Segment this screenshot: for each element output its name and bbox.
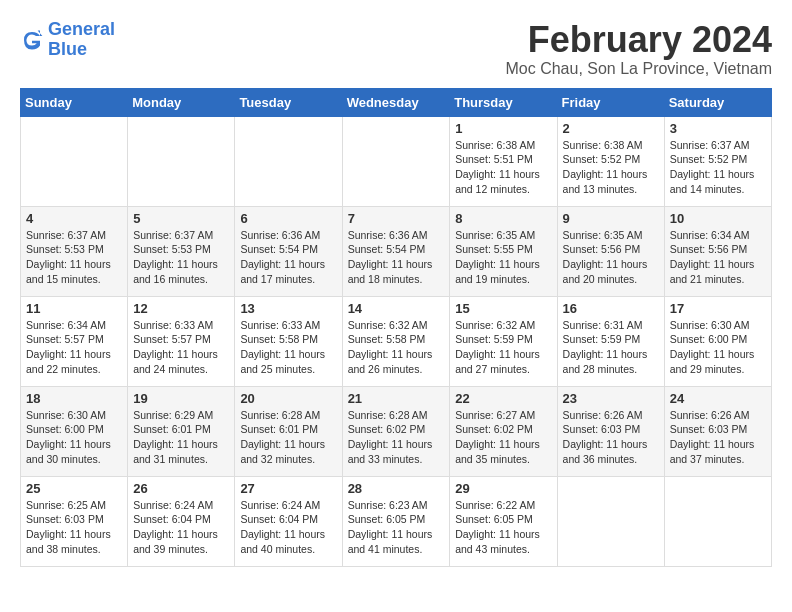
calendar-week-row: 18Sunrise: 6:30 AM Sunset: 6:00 PM Dayli… bbox=[21, 386, 772, 476]
day-info: Sunrise: 6:25 AM Sunset: 6:03 PM Dayligh… bbox=[26, 498, 122, 557]
logo-text: General Blue bbox=[48, 20, 115, 60]
day-info: Sunrise: 6:34 AM Sunset: 5:57 PM Dayligh… bbox=[26, 318, 122, 377]
day-info: Sunrise: 6:31 AM Sunset: 5:59 PM Dayligh… bbox=[563, 318, 659, 377]
calendar-cell bbox=[664, 476, 771, 566]
day-number: 16 bbox=[563, 301, 659, 316]
day-number: 25 bbox=[26, 481, 122, 496]
day-info: Sunrise: 6:37 AM Sunset: 5:52 PM Dayligh… bbox=[670, 138, 766, 197]
calendar-cell bbox=[128, 116, 235, 206]
day-number: 9 bbox=[563, 211, 659, 226]
day-number: 1 bbox=[455, 121, 551, 136]
day-info: Sunrise: 6:22 AM Sunset: 6:05 PM Dayligh… bbox=[455, 498, 551, 557]
day-number: 17 bbox=[670, 301, 766, 316]
day-info: Sunrise: 6:35 AM Sunset: 5:55 PM Dayligh… bbox=[455, 228, 551, 287]
day-info: Sunrise: 6:38 AM Sunset: 5:51 PM Dayligh… bbox=[455, 138, 551, 197]
day-number: 12 bbox=[133, 301, 229, 316]
day-info: Sunrise: 6:24 AM Sunset: 6:04 PM Dayligh… bbox=[133, 498, 229, 557]
calendar-cell: 14Sunrise: 6:32 AM Sunset: 5:58 PM Dayli… bbox=[342, 296, 450, 386]
day-info: Sunrise: 6:36 AM Sunset: 5:54 PM Dayligh… bbox=[240, 228, 336, 287]
day-number: 21 bbox=[348, 391, 445, 406]
day-info: Sunrise: 6:33 AM Sunset: 5:58 PM Dayligh… bbox=[240, 318, 336, 377]
day-number: 22 bbox=[455, 391, 551, 406]
calendar-cell: 8Sunrise: 6:35 AM Sunset: 5:55 PM Daylig… bbox=[450, 206, 557, 296]
day-info: Sunrise: 6:26 AM Sunset: 6:03 PM Dayligh… bbox=[563, 408, 659, 467]
calendar-week-row: 1Sunrise: 6:38 AM Sunset: 5:51 PM Daylig… bbox=[21, 116, 772, 206]
day-info: Sunrise: 6:28 AM Sunset: 6:01 PM Dayligh… bbox=[240, 408, 336, 467]
calendar-cell: 13Sunrise: 6:33 AM Sunset: 5:58 PM Dayli… bbox=[235, 296, 342, 386]
day-number: 2 bbox=[563, 121, 659, 136]
day-info: Sunrise: 6:30 AM Sunset: 6:00 PM Dayligh… bbox=[26, 408, 122, 467]
day-header-saturday: Saturday bbox=[664, 88, 771, 116]
day-number: 26 bbox=[133, 481, 229, 496]
day-info: Sunrise: 6:26 AM Sunset: 6:03 PM Dayligh… bbox=[670, 408, 766, 467]
location: Moc Chau, Son La Province, Vietnam bbox=[505, 60, 772, 78]
day-number: 10 bbox=[670, 211, 766, 226]
day-header-wednesday: Wednesday bbox=[342, 88, 450, 116]
day-header-monday: Monday bbox=[128, 88, 235, 116]
calendar-cell: 26Sunrise: 6:24 AM Sunset: 6:04 PM Dayli… bbox=[128, 476, 235, 566]
calendar-cell: 24Sunrise: 6:26 AM Sunset: 6:03 PM Dayli… bbox=[664, 386, 771, 476]
calendar-cell: 23Sunrise: 6:26 AM Sunset: 6:03 PM Dayli… bbox=[557, 386, 664, 476]
day-number: 6 bbox=[240, 211, 336, 226]
day-info: Sunrise: 6:37 AM Sunset: 5:53 PM Dayligh… bbox=[26, 228, 122, 287]
day-info: Sunrise: 6:33 AM Sunset: 5:57 PM Dayligh… bbox=[133, 318, 229, 377]
day-number: 23 bbox=[563, 391, 659, 406]
day-info: Sunrise: 6:38 AM Sunset: 5:52 PM Dayligh… bbox=[563, 138, 659, 197]
calendar-table: SundayMondayTuesdayWednesdayThursdayFrid… bbox=[20, 88, 772, 567]
day-number: 5 bbox=[133, 211, 229, 226]
day-info: Sunrise: 6:27 AM Sunset: 6:02 PM Dayligh… bbox=[455, 408, 551, 467]
calendar-cell bbox=[21, 116, 128, 206]
calendar-cell: 18Sunrise: 6:30 AM Sunset: 6:00 PM Dayli… bbox=[21, 386, 128, 476]
calendar-cell: 2Sunrise: 6:38 AM Sunset: 5:52 PM Daylig… bbox=[557, 116, 664, 206]
calendar-header-row: SundayMondayTuesdayWednesdayThursdayFrid… bbox=[21, 88, 772, 116]
calendar-cell bbox=[342, 116, 450, 206]
calendar-cell: 10Sunrise: 6:34 AM Sunset: 5:56 PM Dayli… bbox=[664, 206, 771, 296]
day-info: Sunrise: 6:32 AM Sunset: 5:59 PM Dayligh… bbox=[455, 318, 551, 377]
calendar-cell: 9Sunrise: 6:35 AM Sunset: 5:56 PM Daylig… bbox=[557, 206, 664, 296]
day-number: 4 bbox=[26, 211, 122, 226]
calendar-week-row: 25Sunrise: 6:25 AM Sunset: 6:03 PM Dayli… bbox=[21, 476, 772, 566]
calendar-cell: 4Sunrise: 6:37 AM Sunset: 5:53 PM Daylig… bbox=[21, 206, 128, 296]
day-number: 13 bbox=[240, 301, 336, 316]
day-info: Sunrise: 6:29 AM Sunset: 6:01 PM Dayligh… bbox=[133, 408, 229, 467]
calendar-cell: 17Sunrise: 6:30 AM Sunset: 6:00 PM Dayli… bbox=[664, 296, 771, 386]
header: General Blue February 2024 Moc Chau, Son… bbox=[20, 20, 772, 78]
calendar-cell: 16Sunrise: 6:31 AM Sunset: 5:59 PM Dayli… bbox=[557, 296, 664, 386]
calendar-cell: 5Sunrise: 6:37 AM Sunset: 5:53 PM Daylig… bbox=[128, 206, 235, 296]
calendar-cell: 1Sunrise: 6:38 AM Sunset: 5:51 PM Daylig… bbox=[450, 116, 557, 206]
calendar-week-row: 11Sunrise: 6:34 AM Sunset: 5:57 PM Dayli… bbox=[21, 296, 772, 386]
day-info: Sunrise: 6:32 AM Sunset: 5:58 PM Dayligh… bbox=[348, 318, 445, 377]
calendar-cell: 25Sunrise: 6:25 AM Sunset: 6:03 PM Dayli… bbox=[21, 476, 128, 566]
day-number: 24 bbox=[670, 391, 766, 406]
day-info: Sunrise: 6:28 AM Sunset: 6:02 PM Dayligh… bbox=[348, 408, 445, 467]
day-number: 27 bbox=[240, 481, 336, 496]
calendar-cell: 19Sunrise: 6:29 AM Sunset: 6:01 PM Dayli… bbox=[128, 386, 235, 476]
day-number: 29 bbox=[455, 481, 551, 496]
day-number: 7 bbox=[348, 211, 445, 226]
logo: General Blue bbox=[20, 20, 115, 60]
calendar-cell bbox=[557, 476, 664, 566]
title-section: February 2024 Moc Chau, Son La Province,… bbox=[505, 20, 772, 78]
day-number: 15 bbox=[455, 301, 551, 316]
calendar-cell: 11Sunrise: 6:34 AM Sunset: 5:57 PM Dayli… bbox=[21, 296, 128, 386]
day-info: Sunrise: 6:24 AM Sunset: 6:04 PM Dayligh… bbox=[240, 498, 336, 557]
day-header-friday: Friday bbox=[557, 88, 664, 116]
calendar-cell bbox=[235, 116, 342, 206]
calendar-cell: 6Sunrise: 6:36 AM Sunset: 5:54 PM Daylig… bbox=[235, 206, 342, 296]
day-info: Sunrise: 6:36 AM Sunset: 5:54 PM Dayligh… bbox=[348, 228, 445, 287]
calendar-week-row: 4Sunrise: 6:37 AM Sunset: 5:53 PM Daylig… bbox=[21, 206, 772, 296]
day-header-tuesday: Tuesday bbox=[235, 88, 342, 116]
day-number: 8 bbox=[455, 211, 551, 226]
day-number: 11 bbox=[26, 301, 122, 316]
day-number: 18 bbox=[26, 391, 122, 406]
day-number: 20 bbox=[240, 391, 336, 406]
calendar-cell: 7Sunrise: 6:36 AM Sunset: 5:54 PM Daylig… bbox=[342, 206, 450, 296]
day-header-thursday: Thursday bbox=[450, 88, 557, 116]
calendar-cell: 12Sunrise: 6:33 AM Sunset: 5:57 PM Dayli… bbox=[128, 296, 235, 386]
day-info: Sunrise: 6:30 AM Sunset: 6:00 PM Dayligh… bbox=[670, 318, 766, 377]
calendar-cell: 20Sunrise: 6:28 AM Sunset: 6:01 PM Dayli… bbox=[235, 386, 342, 476]
day-header-sunday: Sunday bbox=[21, 88, 128, 116]
day-info: Sunrise: 6:23 AM Sunset: 6:05 PM Dayligh… bbox=[348, 498, 445, 557]
day-info: Sunrise: 6:37 AM Sunset: 5:53 PM Dayligh… bbox=[133, 228, 229, 287]
day-number: 28 bbox=[348, 481, 445, 496]
